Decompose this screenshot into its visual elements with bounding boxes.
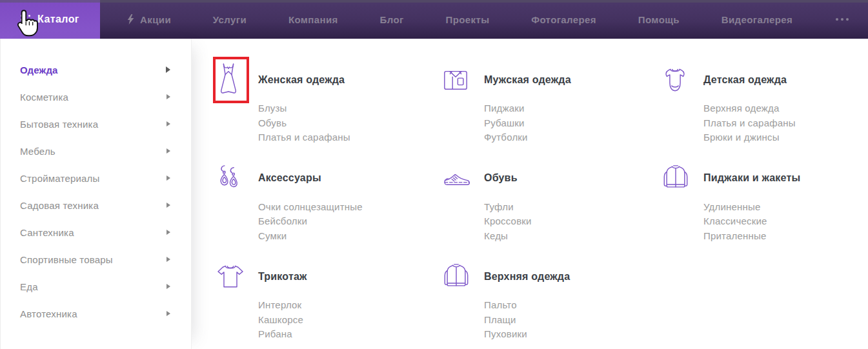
sidebar-item-label: Садовая техника — [20, 200, 99, 211]
subcategory-title[interactable]: Мужская одежда — [484, 74, 661, 86]
sidebar-item-label: Автотехника — [20, 308, 77, 319]
sidebar-item-label: Спортивные товары — [20, 254, 113, 265]
grid-dots-icon — [21, 15, 30, 25]
subcategory-link[interactable]: Платья и сарафаны — [258, 132, 350, 143]
sneaker-icon — [442, 160, 478, 197]
subcategory-link[interactable]: Удлиненные — [703, 201, 761, 212]
subcategory-link[interactable]: Рибана — [258, 328, 292, 339]
chevron-right-icon — [167, 203, 170, 208]
subcategory-link[interactable]: Обувь — [258, 117, 287, 128]
subcategory-title[interactable]: Обувь — [484, 172, 661, 184]
category-sidebar: Одежда Косметика Бытовая техника Мебель … — [0, 39, 192, 349]
subcategory-link[interactable]: Пуховики — [484, 328, 527, 339]
subcategory-link[interactable]: Брюки и джинсы — [703, 132, 780, 143]
sidebar-item-label: Стройматериалы — [20, 173, 100, 184]
nav-item-services[interactable]: Услуги — [213, 14, 247, 25]
earrings-icon — [216, 160, 252, 197]
nav-item-label: Акции — [140, 14, 171, 25]
sidebar-item-garden-equipment[interactable]: Садовая техника — [1, 192, 191, 219]
subcategory-link[interactable]: Рубашки — [484, 117, 525, 128]
card-outerwear: Верхняя одежда Пальто Плащи Пуховики — [442, 258, 661, 342]
nav-item-company[interactable]: Компания — [288, 14, 338, 25]
subcategory-title[interactable]: Детская одежда — [703, 74, 868, 86]
subcategory-link[interactable]: Сумки — [258, 230, 287, 241]
sidebar-item-label: Косметика — [20, 92, 68, 103]
subcategory-title[interactable]: Пиджаки и жакеты — [703, 172, 868, 184]
jacket-icon — [661, 160, 697, 197]
top-nav: Каталог Акции Услуги Компания Блог Проек… — [0, 0, 868, 39]
card-shoes: Обувь Туфли Кроссовки Кеды — [442, 160, 661, 244]
subcategory-link[interactable]: Кашкорсе — [258, 314, 303, 325]
nav-item-label: Фотогалерея — [531, 14, 596, 25]
subcategory-link[interactable]: Бейсболки — [258, 215, 307, 226]
nav-more-button[interactable] — [834, 14, 850, 25]
nav-item-label: Помощь — [638, 14, 680, 25]
subcategory-link[interactable]: Приталенные — [703, 230, 767, 241]
nav-item-label: Видеогалерея — [722, 14, 792, 25]
subcategory-title[interactable]: Трикотаж — [258, 271, 442, 283]
chevron-right-icon — [166, 66, 170, 73]
nav-item-label: Блог — [380, 14, 404, 25]
chevron-right-icon — [167, 230, 170, 235]
sidebar-item-clothing[interactable]: Одежда — [1, 56, 191, 83]
subcategory-title[interactable]: Женская одежда — [258, 74, 442, 86]
dress-icon — [216, 61, 252, 98]
subcategory-link[interactable]: Футболки — [484, 132, 528, 143]
card-men-clothing: Мужская одежда Пиджаки Рубашки Футболки — [442, 61, 661, 145]
nav-item-label: Каталог — [37, 14, 79, 25]
nav-item-help[interactable]: Помощь — [638, 14, 680, 25]
subcategory-link[interactable]: Туфли — [484, 201, 514, 212]
chevron-right-icon — [167, 257, 170, 262]
nav-links: Акции Услуги Компания Блог Проекты Фотог… — [100, 0, 868, 39]
sidebar-item-sports-goods[interactable]: Спортивные товары — [1, 246, 191, 273]
tshirt-icon — [216, 258, 252, 295]
sidebar-item-cosmetics[interactable]: Косметика — [1, 83, 191, 110]
card-women-clothing: Женская одежда Блузы Обувь Платья и сара… — [216, 61, 442, 145]
subcategory-link[interactable]: Блузы — [258, 103, 287, 114]
chevron-right-icon — [167, 121, 170, 126]
nav-item-video-gallery[interactable]: Видеогалерея — [722, 14, 792, 25]
sidebar-item-label: Сантехника — [20, 227, 74, 238]
nav-item-catalog[interactable]: Каталог — [0, 0, 100, 39]
lightning-icon — [127, 14, 134, 25]
folded-shirt-icon — [442, 61, 478, 98]
subcategory-title[interactable]: Верхняя одежда — [484, 271, 661, 283]
coat-icon — [442, 258, 478, 295]
nav-item-label: Компания — [288, 14, 338, 25]
subcategory-link[interactable]: Пиджаки — [484, 103, 525, 114]
nav-item-projects[interactable]: Проекты — [445, 14, 489, 25]
card-blazers-jackets: Пиджаки и жакеты Удлиненные Классические… — [661, 160, 868, 244]
chevron-right-icon — [167, 311, 170, 316]
subcategory-title[interactable]: Аксессуары — [258, 172, 442, 184]
sidebar-item-appliances[interactable]: Бытовая техника — [1, 110, 191, 137]
subcategory-link[interactable]: Верхняя одежда — [703, 103, 780, 114]
subcategory-link[interactable]: Кеды — [484, 230, 508, 241]
nav-item-blog[interactable]: Блог — [380, 14, 404, 25]
baby-bodysuit-icon — [661, 61, 697, 98]
sidebar-item-furniture[interactable]: Мебель — [1, 137, 191, 165]
subcategory-link[interactable]: Платья и сарафаны — [703, 117, 796, 128]
subcategory-link[interactable]: Пальто — [484, 299, 517, 310]
nav-item-photo-gallery[interactable]: Фотогалерея — [531, 14, 596, 25]
chevron-right-icon — [167, 94, 170, 99]
subcategory-link[interactable]: Плащи — [484, 314, 516, 325]
chevron-right-icon — [167, 148, 170, 154]
sidebar-item-label: Бытовая техника — [20, 119, 98, 130]
sidebar-item-plumbing[interactable]: Сантехника — [1, 219, 191, 246]
chevron-right-icon — [167, 284, 170, 289]
card-accessories: Аксессуары Очки солнцезащитные Бейсболки… — [216, 160, 442, 244]
sidebar-item-building-materials[interactable]: Стройматериалы — [1, 165, 191, 192]
sidebar-item-auto[interactable]: Автотехника — [1, 300, 191, 327]
card-kids-clothing: Детская одежда Верхняя одежда Платья и с… — [661, 61, 868, 145]
subcategory-link[interactable]: Кроссовки — [484, 215, 532, 226]
sidebar-item-label: Еда — [20, 281, 38, 292]
subcategory-grid: Женская одежда Блузы Обувь Платья и сара… — [192, 39, 868, 349]
subcategory-link[interactable]: Интерлок — [258, 299, 301, 310]
nav-item-promotions[interactable]: Акции — [127, 14, 171, 25]
sidebar-item-label: Мебель — [20, 146, 56, 157]
subcategory-link[interactable]: Классические — [703, 215, 767, 226]
sidebar-item-label: Одежда — [20, 65, 58, 75]
ellipsis-icon — [834, 14, 850, 25]
sidebar-item-food[interactable]: Еда — [1, 273, 191, 300]
subcategory-link[interactable]: Очки солнцезащитные — [258, 201, 363, 212]
